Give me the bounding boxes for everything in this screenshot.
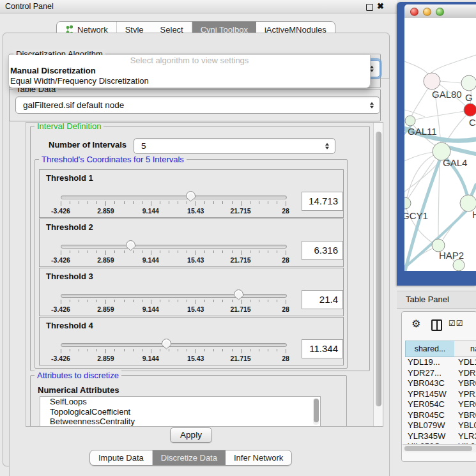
- slider-thumb[interactable]: [125, 240, 136, 251]
- network-node[interactable]: [404, 197, 411, 209]
- threshold-row-1: Threshold 1-3.4262.8599.14415.4321.71528…: [39, 169, 344, 218]
- network-edge: [440, 81, 462, 83]
- network-node-label: GAL80: [432, 89, 462, 100]
- attribute-item[interactable]: SelfLoops: [40, 397, 320, 407]
- cyni-bottom-tabbar: Impute DataDiscretize DataInfer Network: [89, 450, 292, 466]
- dropdown-item-manual-discretization[interactable]: Manual Discretization: [9, 66, 370, 76]
- network-node-label: GAL4: [443, 157, 467, 168]
- network-edge: [404, 110, 425, 117]
- network-node-label: GAL11: [408, 126, 437, 137]
- slider-track[interactable]: [61, 245, 287, 249]
- table-row[interactable]: YBL079WYBL0: [402, 420, 476, 431]
- threshold-label: Threshold 4: [46, 321, 93, 330]
- table-panel-titlebar: Table Panel: [397, 291, 476, 309]
- cell-shared-name: YBL079W: [408, 420, 445, 431]
- cell-shared-name: YBR045C: [408, 410, 445, 421]
- columns-icon[interactable]: [431, 319, 442, 331]
- settings-vertical-scrollbar[interactable]: [373, 123, 383, 426]
- combo-arrows-icon: [325, 142, 329, 150]
- close-icon[interactable]: ✖: [377, 1, 384, 11]
- bottom-tab-label: Infer Network: [234, 453, 283, 463]
- attributes-group: Attributes to discretize Numerical Attri…: [30, 375, 347, 427]
- table-horizontal-scrollbar[interactable]: [403, 444, 476, 452]
- cell-shared-name: YDL19...: [408, 357, 440, 368]
- slider-track[interactable]: [61, 294, 287, 298]
- network-node[interactable]: [461, 75, 476, 91]
- threshold-value-field[interactable]: 6.316: [302, 241, 343, 260]
- slider-tick-labels: -3.4262.8599.14415.4321.71528: [61, 256, 286, 264]
- slider-track[interactable]: [61, 343, 287, 347]
- network-edge-highlighted: [472, 185, 476, 195]
- window-title: Control Panel: [5, 2, 54, 11]
- bottom-tab-impute-data[interactable]: Impute Data: [90, 450, 152, 465]
- number-of-intervals-combobox[interactable]: 5: [134, 138, 335, 154]
- table-row[interactable]: YDL19...YDL1: [402, 357, 476, 368]
- network-node[interactable]: [453, 259, 464, 271]
- slider-thumb[interactable]: [233, 289, 244, 300]
- dropdown-prompt-item[interactable]: Select algorithm to view settings: [9, 55, 370, 66]
- slider-tick-labels: -3.4262.8599.14415.4321.71528: [61, 207, 286, 215]
- cell-name: YPR1: [458, 389, 476, 400]
- slider-track[interactable]: [61, 196, 287, 199]
- checkbox-icons[interactable]: ☑☑: [449, 319, 464, 328]
- screen: Control Panel ✖ NetworkStyleSelectCyni T…: [0, 0, 476, 476]
- table-row[interactable]: YBR045CYBR0: [402, 410, 476, 421]
- table-row[interactable]: YPR145WYPR1: [402, 389, 476, 400]
- threshold-value-field[interactable]: 21.4: [302, 290, 343, 309]
- network-edge: [404, 61, 428, 74]
- scrollbar-thumb[interactable]: [404, 446, 472, 451]
- network-edge: [415, 111, 464, 119]
- float-window-icon[interactable]: [366, 4, 373, 11]
- slider-tick-labels: -3.4262.8599.14415.4321.71528: [61, 355, 286, 362]
- cell-shared-name: YDR27...: [408, 368, 441, 379]
- network-graph: GAL80GGAL11GAL4GCY1HHAP2C: [404, 18, 476, 271]
- column-header-shared-name[interactable]: shared...: [405, 341, 455, 357]
- table-data-combobox[interactable]: galFiltered.sif default node: [15, 96, 380, 114]
- bottom-tab-discretize-data[interactable]: Discretize Data: [152, 450, 226, 465]
- bottom-tab-infer-network[interactable]: Infer Network: [226, 450, 291, 465]
- slider-thumb[interactable]: [185, 190, 196, 202]
- attributes-list-scrollbar[interactable]: [313, 398, 319, 425]
- cell-name: YER0: [458, 399, 476, 410]
- cell-shared-name: YPR145W: [408, 389, 447, 400]
- number-of-intervals-label: Number of Intervals: [49, 140, 127, 150]
- threshold-label: Threshold 3: [46, 272, 93, 281]
- cell-name: YBR0: [458, 410, 476, 421]
- scrollbar-thumb[interactable]: [376, 132, 381, 406]
- network-edge: [438, 160, 440, 239]
- table-row[interactable]: YER054CYER0: [402, 399, 476, 410]
- table-row[interactable]: YLR345WYLR3: [402, 431, 476, 442]
- threshold-value-field[interactable]: 14.713: [302, 192, 343, 211]
- network-node-label: HAP2: [439, 250, 464, 261]
- attribute-item[interactable]: TopologicalCoefficient: [40, 407, 320, 417]
- network-node-label: G: [465, 92, 473, 103]
- network-node-label: GCY1: [404, 210, 428, 221]
- table-row[interactable]: YDR27...YDR2: [402, 368, 476, 379]
- numerical-attributes-list[interactable]: SelfLoopsTopologicalCoefficientBetweenne…: [40, 396, 321, 427]
- network-window-titlebar[interactable]: [404, 4, 476, 19]
- close-traffic-light-icon[interactable]: [410, 8, 418, 16]
- network-node-label: C: [469, 117, 476, 128]
- minimize-traffic-light-icon[interactable]: [423, 8, 431, 16]
- apply-button[interactable]: Apply: [170, 427, 212, 443]
- table-rows: YDL19...YDL1YDR27...YDR2YBR043CYBR0YPR14…: [402, 357, 476, 446]
- dropdown-item-equal-width-frequency[interactable]: Equal Width/Frequency Discretization: [9, 76, 370, 86]
- cell-shared-name: YLR345W: [408, 431, 445, 442]
- number-of-intervals-value: 5: [141, 141, 146, 151]
- combo-arrows-icon: [370, 102, 374, 109]
- threshold-value-field[interactable]: 11.344: [302, 339, 343, 358]
- network-node[interactable]: [405, 116, 415, 126]
- gear-icon[interactable]: ⚙: [411, 318, 420, 330]
- table-row[interactable]: YBR043CYBR0: [402, 378, 476, 389]
- zoom-traffic-light-icon[interactable]: [436, 8, 444, 16]
- network-canvas[interactable]: GAL80GGAL11GAL4GCY1HHAP2C: [404, 18, 476, 271]
- slider-thumb[interactable]: [161, 338, 172, 349]
- column-header-name[interactable]: na: [454, 341, 476, 357]
- attribute-item[interactable]: BetweennessCentrality: [40, 417, 320, 427]
- cell-shared-name: YBR043C: [408, 378, 445, 389]
- cell-name: YBL0: [458, 420, 476, 431]
- network-node[interactable]: [464, 104, 476, 116]
- network-edge: [431, 55, 476, 73]
- cell-name: YBR0: [458, 378, 476, 389]
- network-node[interactable]: [424, 73, 440, 89]
